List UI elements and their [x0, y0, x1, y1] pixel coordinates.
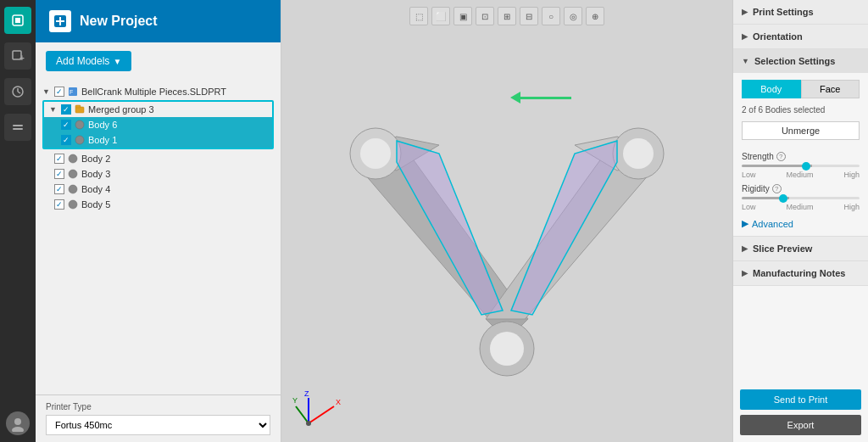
root-checkbox[interactable] — [54, 87, 64, 97]
orientation-header[interactable]: ▶ Orientation — [733, 25, 868, 48]
tree-item-body5[interactable]: Body 5 — [36, 197, 281, 212]
strength-label: Strength — [742, 152, 774, 161]
axis-indicator: X Y Z — [292, 389, 342, 432]
slice-preview-section: ▶ Slice Preview — [733, 237, 868, 261]
group-icon — [75, 104, 85, 115]
selection-settings-label: Selection Settings — [754, 56, 835, 66]
layers-icon[interactable] — [4, 114, 31, 141]
manufacturing-notes-arrow-icon: ▶ — [742, 269, 748, 277]
body4-checkbox[interactable] — [54, 184, 64, 194]
group-label: Merged group 3 — [88, 104, 154, 115]
bottom-buttons: Send to Print Export — [733, 383, 868, 442]
body1-checkbox[interactable] — [61, 135, 71, 145]
rigidity-medium-label: Medium — [786, 203, 813, 211]
slice-preview-header[interactable]: ▶ Slice Preview — [733, 237, 868, 260]
svg-text:Z: Z — [304, 389, 309, 398]
strength-medium-label: Medium — [786, 171, 813, 179]
svg-point-9 — [14, 418, 21, 425]
body2-checkbox[interactable] — [54, 154, 64, 164]
orientation-arrow-icon: ▶ — [742, 32, 748, 41]
slice-preview-arrow-icon: ▶ — [742, 244, 748, 253]
rigidity-slider-track[interactable] — [742, 197, 860, 199]
slice-preview-label: Slice Preview — [753, 243, 812, 254]
left-sidebar: + — [0, 0, 36, 442]
rigidity-slider-labels: Low Medium High — [742, 203, 860, 211]
model-svg — [287, 52, 727, 408]
svg-point-27 — [623, 138, 654, 169]
body3-checkbox[interactable] — [54, 169, 64, 179]
manufacturing-notes-header[interactable]: ▶ Manufacturing Notes — [733, 261, 868, 285]
strength-slider-track[interactable] — [742, 165, 860, 167]
selection-settings-arrow-icon: ▼ — [742, 57, 749, 65]
body6-checkbox[interactable] — [61, 120, 71, 130]
svg-point-23 — [69, 200, 77, 209]
body-toggle-button[interactable]: Body — [742, 80, 801, 98]
body5-checkbox[interactable] — [54, 199, 64, 210]
advanced-row[interactable]: ▶ Advanced — [742, 218, 860, 229]
strength-low-label: Low — [742, 171, 756, 179]
tree-item-body2[interactable]: Body 2 — [36, 151, 281, 166]
add-icon[interactable]: + — [4, 42, 31, 70]
print-settings-header[interactable]: ▶ Print Settings — [733, 0, 868, 24]
unmerge-button[interactable]: Unmerge — [742, 121, 860, 140]
svg-point-21 — [69, 170, 77, 178]
body2-label: Body 2 — [81, 154, 110, 164]
body6-icon — [75, 120, 85, 130]
tree-root-item[interactable]: ▼ F BellCrank Multiple Pieces.SLDPRT — [36, 85, 281, 98]
viewport: ⬚ ⬜ ▣ ⊡ ⊞ ⊟ ○ ◎ ⊕ — [281, 0, 732, 442]
printer-select[interactable]: Fortus 450mc — [46, 415, 270, 435]
tree-item-body4[interactable]: Body 4 — [36, 182, 281, 197]
rigidity-info-icon[interactable]: ? — [772, 184, 782, 193]
tree-item-body3[interactable]: Body 3 — [36, 166, 281, 182]
tree-item-body6[interactable]: Body 6 — [44, 117, 272, 132]
send-to-print-button[interactable]: Send to Print — [740, 389, 861, 410]
svg-point-19 — [75, 136, 84, 144]
add-models-label: Add Models — [56, 55, 109, 67]
strength-label-row: Strength ? — [742, 152, 860, 161]
panel-title: New Project — [80, 14, 158, 29]
manufacturing-notes-section: ▶ Manufacturing Notes — [733, 261, 868, 286]
strength-slider-thumb[interactable] — [802, 162, 810, 171]
home-icon[interactable] — [4, 7, 31, 34]
selection-settings-body: Body Face 2 of 6 Bodies selected Unmerge… — [733, 73, 868, 236]
orientation-section: ▶ Orientation — [733, 25, 868, 49]
body-face-toggle: Body Face — [742, 80, 860, 98]
rigidity-label: Rigidity — [742, 184, 770, 193]
face-toggle-button[interactable]: Face — [801, 80, 860, 98]
svg-point-36 — [306, 421, 311, 426]
rigidity-slider-thumb[interactable] — [779, 194, 787, 203]
export-button[interactable]: Export — [740, 415, 861, 435]
body5-label: Body 5 — [81, 199, 110, 210]
svg-line-32 — [296, 406, 309, 423]
rigidity-high-label: High — [843, 203, 860, 211]
add-models-button[interactable]: Add Models ▼ — [46, 51, 131, 71]
svg-text:F: F — [70, 89, 73, 95]
body6-label: Body 6 — [88, 120, 117, 130]
group-header-row[interactable]: ▼ Merged group 3 — [44, 102, 272, 117]
advanced-arrow-icon: ▶ — [742, 218, 748, 229]
svg-point-29 — [490, 332, 524, 366]
avatar[interactable] — [6, 411, 30, 435]
body3-icon — [68, 169, 78, 179]
body5-icon — [68, 199, 78, 210]
strength-info-icon[interactable]: ? — [776, 152, 786, 161]
body2-icon — [68, 154, 78, 164]
svg-rect-13 — [59, 17, 61, 25]
left-panel: New Project Add Models ▼ ▼ F BellCrank M… — [36, 0, 281, 442]
expand-icon: ▼ — [42, 87, 51, 96]
tree-item-body1[interactable]: Body 1 — [44, 132, 272, 148]
group-checkbox[interactable] — [61, 104, 71, 115]
svg-text:+: + — [19, 53, 25, 63]
body4-icon — [68, 184, 78, 194]
clock-icon[interactable] — [4, 78, 31, 105]
svg-rect-1 — [15, 18, 20, 23]
svg-rect-8 — [13, 128, 23, 130]
add-models-caret-icon: ▼ — [113, 57, 121, 66]
file-icon: F — [68, 87, 78, 97]
print-settings-section: ▶ Print Settings — [733, 0, 868, 25]
add-models-row: Add Models ▼ — [36, 42, 281, 80]
3d-model-area[interactable] — [281, 17, 732, 442]
selection-settings-header[interactable]: ▼ Selection Settings — [733, 49, 868, 73]
svg-text:Y: Y — [292, 396, 298, 405]
svg-rect-7 — [13, 125, 23, 126]
